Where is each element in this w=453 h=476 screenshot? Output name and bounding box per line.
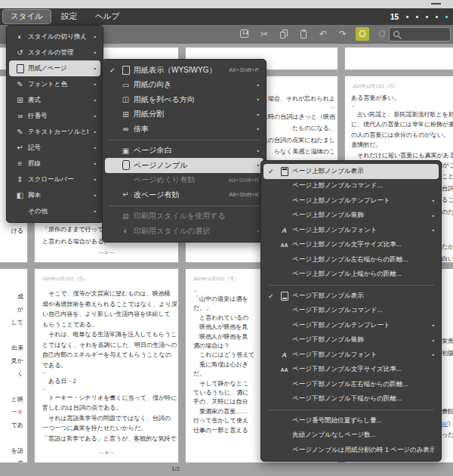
text-line: るこ <box>442 194 453 206</box>
menu-item[interactable]: ページ下部ノンブル下端からの距離... <box>263 392 439 407</box>
menubar-item-settings[interactable]: 設定 <box>54 10 85 23</box>
document-dot[interactable] <box>406 16 408 18</box>
menu-item[interactable]: ≡罫線▪ <box>9 156 100 172</box>
redo-button[interactable]: ↷ <box>336 27 350 41</box>
menu-item-label: ページ下部ノンブルテンプレート <box>292 321 427 330</box>
line-number-icon: 10 <box>14 110 26 122</box>
text-line <box>442 382 453 394</box>
menu-item[interactable]: ↵改ページ有効Alt+Shift+K <box>105 187 263 202</box>
menu-item[interactable]: ◧脚本▪ <box>9 187 100 203</box>
menu-item[interactable]: 先頭ノンブルなしページ数... <box>263 428 439 444</box>
menu-item[interactable]: ページ上部ノンブルテンプレート▪ <box>263 193 439 209</box>
page-text-edge: 実業初版 書館tp/)ったの <box>442 335 453 441</box>
paper-page-submenu: ✓用紙表示（WYSIWYG）Alt+Shift+P▭用紙の向き▪◫用紙を列べる方… <box>102 59 267 243</box>
page-number-footer: — 2 — <box>35 249 178 255</box>
save-button[interactable] <box>238 27 251 41</box>
orientation-icon: ▭ <box>119 79 132 91</box>
menubar-item-help[interactable]: ヘルプ <box>88 10 127 23</box>
menu-item-label: 用紙の向き <box>134 79 251 90</box>
menu-item[interactable]: ✓ページ下部ノンブル表示 <box>263 289 439 304</box>
menu-item[interactable]: ✎テキストカーソルとIME▪ <box>9 124 100 140</box>
marker-off-button[interactable]: O <box>375 27 389 41</box>
menu-item[interactable]: ページノンブル▪ <box>105 158 263 173</box>
text-line: 見か <box>11 354 23 367</box>
menu-item[interactable]: その他▪ <box>9 203 100 219</box>
window-control-dash[interactable] <box>431 3 441 5</box>
menu-item[interactable]: ✎フォントと色▪ <box>9 76 100 92</box>
menu-item[interactable]: ◐印刷用スタイルの選択▪ <box>105 224 263 239</box>
menu-item-label: ページ下部ノンブルコマンド... <box>292 306 434 315</box>
text-line: ーキ <box>11 406 23 419</box>
submenu-indicator-icon: ▪ <box>94 82 96 87</box>
menu-item[interactable]: Aページ下部ノンブルフォント▪ <box>263 348 439 363</box>
menu-item[interactable]: ▣ページ余白▪ <box>105 144 263 159</box>
submenu-indicator-icon: ▪ <box>433 198 434 203</box>
document-page[interactable]: 2025年12月15日（月） そこで、僕等が文芸家に望むものは、映画構成や表現技… <box>34 268 179 463</box>
active-document-dot[interactable] <box>445 16 448 18</box>
menu-item[interactable]: ページ上部ノンブル上端からの距離... <box>263 267 439 283</box>
menu-item-label: ページ上部ノンブル左右端からの距離... <box>292 255 434 264</box>
font-icon: A <box>278 349 291 361</box>
text-line <box>11 380 23 393</box>
menu-item-label: ページ上部ノンブル表示 <box>292 167 434 176</box>
menu-item[interactable]: ✓ページ上部ノンブル表示 <box>263 164 439 179</box>
text-line: 白い <box>442 253 453 264</box>
text-line: もらうことである。 <box>42 320 175 330</box>
menu-item[interactable]: AAページ下部ノンブル文字サイズ比率... <box>263 363 439 378</box>
no-icon <box>278 180 291 192</box>
document-page[interactable]: 成がして 出来見かく と映ーキであ を語来 <box>0 268 28 463</box>
search-box <box>389 27 451 42</box>
menu-item[interactable]: ページノンブルは用紙分割の時 1 ページのみ表示 <box>263 443 439 458</box>
menu-item[interactable]: ページ下部ノンブルテンプレート▪ <box>263 318 439 333</box>
menu-item-label: スタイルの切り換え <box>28 32 88 42</box>
menu-item[interactable]: ∞倍率▪ <box>105 122 263 137</box>
cut-button[interactable]: ✂ <box>257 27 271 41</box>
undo-button[interactable]: ↶ <box>316 27 330 41</box>
menu-item[interactable]: ページ下部ノンブルコマンド... <box>263 304 439 319</box>
menu-item-label: ページめくり有効 <box>134 175 223 185</box>
menu-item-label: 脚本 <box>28 191 88 200</box>
menu-item-label: ページ上部ノンブル上端からの距離... <box>292 270 434 279</box>
search-input[interactable] <box>399 30 450 38</box>
no-icon <box>278 195 291 207</box>
menu-item[interactable]: AAページ上部ノンブル文字サイズ比率... <box>263 238 439 253</box>
menu-item-label: ページ番号開始位置ずらし量... <box>292 416 434 425</box>
menu-item[interactable]: 10行番号▪ <box>9 108 100 124</box>
page-text: ある言葉が多い。↵ 古い民謡と、新民謡新流行歌とを対比に、現代人の言葉には非常に… <box>351 93 453 171</box>
submenu-indicator-icon: ▪ <box>257 82 259 88</box>
menubar-item-style[interactable]: スタイル <box>3 10 51 23</box>
menu-item[interactable]: ページ番号開始位置ずらし量... <box>263 413 439 428</box>
marker-on-button[interactable]: O <box>356 27 369 41</box>
page-sliver[interactable] <box>344 47 453 70</box>
document-dot[interactable] <box>416 16 418 18</box>
menu-item[interactable]: ページ下部ノンブル左右端からの距離... <box>263 377 439 392</box>
menu-item[interactable]: ページ上部ノンブル装飾▪ <box>263 209 439 224</box>
menu-item[interactable]: 用紙／ページ▪ <box>9 60 100 76</box>
page-bottom-icon <box>278 290 291 302</box>
scrollbar-icon: ⇕ <box>14 174 26 186</box>
menu-item[interactable]: ◐スタイルの切り換え▪ <box>9 29 100 45</box>
menu-item[interactable]: ページ下部ノンブル装飾▪ <box>263 333 439 348</box>
menu-item[interactable]: ⊞用紙分割▪ <box>105 107 263 122</box>
document-dot[interactable] <box>426 16 428 18</box>
paste-button[interactable] <box>297 27 310 41</box>
menu-item[interactable]: ⇕スクロールバー▪ <box>9 172 100 187</box>
menu-item[interactable]: ⊞書式▪ <box>9 92 100 108</box>
nombre-icon <box>119 159 132 172</box>
copy-button[interactable] <box>277 27 291 41</box>
text-line: であ <box>11 419 23 431</box>
document-dot[interactable] <box>436 16 438 18</box>
menu-item[interactable]: ✓用紙表示（WYSIWYG）Alt+Shift+P <box>105 63 263 78</box>
menu-item[interactable]: ▤印刷用スタイルを使用する <box>105 209 263 224</box>
menu-item[interactable]: ページめくり有効Alt+Shift+R <box>105 173 263 188</box>
menu-item[interactable]: ↺スタイルの管理▪ <box>9 45 100 60</box>
menu-item[interactable]: ▭用紙の向き▪ <box>105 78 263 93</box>
menu-item-label: ページ下部ノンブル文字サイズ比率... <box>292 365 434 374</box>
menu-item[interactable]: ↵記号▪ <box>9 140 100 156</box>
newline-mark: ↵ <box>351 104 453 110</box>
menu-item[interactable]: ページ上部ノンブル左右端からの距離... <box>263 252 439 267</box>
menu-item[interactable]: ◫用紙を列べる方向▪ <box>105 92 263 107</box>
menu-item[interactable]: Aページ上部ノンブルフォント▪ <box>263 223 439 238</box>
page-counter: 1/2 <box>171 465 180 472</box>
menu-item[interactable]: ページ上部ノンブルコマンド... <box>263 179 439 194</box>
